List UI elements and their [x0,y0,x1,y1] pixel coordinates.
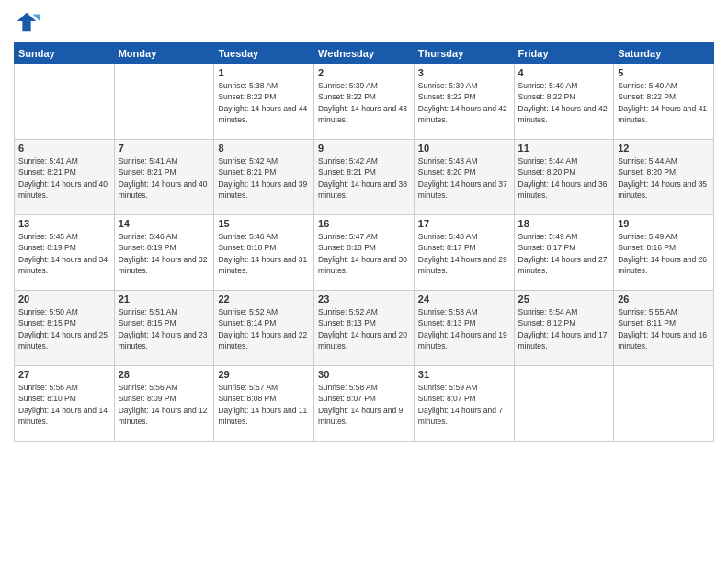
day-info: Sunrise: 5:57 AM Sunset: 8:08 PM Dayligh… [218,382,310,427]
day-info: Sunrise: 5:42 AM Sunset: 8:21 PM Dayligh… [318,155,410,201]
day-cell: 29Sunrise: 5:57 AM Sunset: 8:08 PM Dayli… [214,366,314,442]
day-number: 4 [518,67,610,78]
day-number: 31 [418,369,510,380]
day-cell: 26Sunrise: 5:55 AM Sunset: 8:11 PM Dayli… [614,291,714,366]
day-info: Sunrise: 5:59 AM Sunset: 8:07 PM Dayligh… [418,382,510,427]
day-cell: 7Sunrise: 5:41 AM Sunset: 8:21 PM Daylig… [114,140,214,215]
weekday-header-row: SundayMondayTuesdayWednesdayThursdayFrid… [15,43,714,64]
header [14,9,714,35]
week-row-5: 27Sunrise: 5:56 AM Sunset: 8:10 PM Dayli… [15,366,714,442]
calendar: SundayMondayTuesdayWednesdayThursdayFrid… [14,42,714,442]
day-cell: 31Sunrise: 5:59 AM Sunset: 8:07 PM Dayli… [414,366,514,442]
weekday-header-monday: Monday [114,43,214,64]
day-info: Sunrise: 5:45 AM Sunset: 8:19 PM Dayligh… [18,231,110,276]
day-info: Sunrise: 5:44 AM Sunset: 8:20 PM Dayligh… [518,155,610,201]
day-number: 16 [318,218,410,229]
day-number: 10 [418,143,510,154]
day-cell: 20Sunrise: 5:50 AM Sunset: 8:15 PM Dayli… [15,291,115,366]
week-row-4: 20Sunrise: 5:50 AM Sunset: 8:15 PM Dayli… [15,291,714,366]
day-info: Sunrise: 5:39 AM Sunset: 8:22 PM Dayligh… [318,80,410,125]
day-cell [514,366,614,442]
weekday-header-sunday: Sunday [15,43,115,64]
day-info: Sunrise: 5:47 AM Sunset: 8:18 PM Dayligh… [318,231,410,276]
day-info: Sunrise: 5:46 AM Sunset: 8:18 PM Dayligh… [218,231,310,276]
day-number: 29 [218,369,310,380]
day-cell: 14Sunrise: 5:46 AM Sunset: 8:19 PM Dayli… [114,215,214,291]
logo-icon [14,9,40,35]
day-cell: 25Sunrise: 5:54 AM Sunset: 8:12 PM Dayli… [514,291,614,366]
day-cell [15,64,115,140]
day-number: 7 [119,143,210,154]
day-info: Sunrise: 5:41 AM Sunset: 8:21 PM Dayligh… [18,155,110,201]
weekday-header-thursday: Thursday [414,43,514,64]
day-number: 30 [318,369,410,380]
day-info: Sunrise: 5:52 AM Sunset: 8:13 PM Dayligh… [318,306,410,351]
day-cell: 9Sunrise: 5:42 AM Sunset: 8:21 PM Daylig… [314,140,415,215]
day-cell: 28Sunrise: 5:56 AM Sunset: 8:09 PM Dayli… [114,366,214,442]
day-cell: 18Sunrise: 5:49 AM Sunset: 8:17 PM Dayli… [514,215,614,291]
day-cell: 27Sunrise: 5:56 AM Sunset: 8:10 PM Dayli… [15,366,115,442]
day-info: Sunrise: 5:42 AM Sunset: 8:21 PM Dayligh… [218,155,310,201]
day-number: 12 [618,143,710,154]
day-number: 6 [18,143,110,154]
day-cell: 23Sunrise: 5:52 AM Sunset: 8:13 PM Dayli… [314,291,415,366]
day-cell: 11Sunrise: 5:44 AM Sunset: 8:20 PM Dayli… [514,140,614,215]
day-cell [614,366,714,442]
day-cell: 13Sunrise: 5:45 AM Sunset: 8:19 PM Dayli… [15,215,115,291]
day-number: 17 [418,218,510,229]
day-number: 1 [218,67,310,78]
day-info: Sunrise: 5:44 AM Sunset: 8:20 PM Dayligh… [618,155,710,201]
week-row-1: 1Sunrise: 5:38 AM Sunset: 8:22 PM Daylig… [15,64,714,140]
day-cell: 6Sunrise: 5:41 AM Sunset: 8:21 PM Daylig… [15,140,115,215]
day-cell: 1Sunrise: 5:38 AM Sunset: 8:22 PM Daylig… [214,64,314,140]
day-info: Sunrise: 5:55 AM Sunset: 8:11 PM Dayligh… [618,306,710,351]
day-number: 23 [318,293,410,304]
day-info: Sunrise: 5:51 AM Sunset: 8:15 PM Dayligh… [119,306,210,351]
weekday-header-saturday: Saturday [614,43,714,64]
day-cell: 10Sunrise: 5:43 AM Sunset: 8:20 PM Dayli… [414,140,514,215]
day-number: 2 [318,67,410,78]
day-cell: 5Sunrise: 5:40 AM Sunset: 8:22 PM Daylig… [614,64,714,140]
day-number: 25 [518,293,610,304]
day-cell: 16Sunrise: 5:47 AM Sunset: 8:18 PM Dayli… [314,215,415,291]
day-info: Sunrise: 5:39 AM Sunset: 8:22 PM Dayligh… [418,80,510,125]
day-info: Sunrise: 5:56 AM Sunset: 8:10 PM Dayligh… [18,382,110,427]
day-number: 18 [518,218,610,229]
day-number: 8 [218,143,310,154]
day-cell: 30Sunrise: 5:58 AM Sunset: 8:07 PM Dayli… [314,366,415,442]
svg-marker-0 [17,13,37,32]
day-info: Sunrise: 5:50 AM Sunset: 8:15 PM Dayligh… [18,306,110,351]
weekday-header-wednesday: Wednesday [314,43,415,64]
day-number: 14 [119,218,210,229]
day-info: Sunrise: 5:49 AM Sunset: 8:17 PM Dayligh… [518,231,610,276]
day-info: Sunrise: 5:52 AM Sunset: 8:14 PM Dayligh… [218,306,310,351]
weekday-header-tuesday: Tuesday [214,43,314,64]
day-cell: 12Sunrise: 5:44 AM Sunset: 8:20 PM Dayli… [614,140,714,215]
week-row-3: 13Sunrise: 5:45 AM Sunset: 8:19 PM Dayli… [15,215,714,291]
day-number: 28 [119,369,210,380]
day-info: Sunrise: 5:46 AM Sunset: 8:19 PM Dayligh… [119,231,210,276]
day-info: Sunrise: 5:43 AM Sunset: 8:20 PM Dayligh… [418,155,510,201]
day-cell: 19Sunrise: 5:49 AM Sunset: 8:16 PM Dayli… [614,215,714,291]
day-info: Sunrise: 5:58 AM Sunset: 8:07 PM Dayligh… [318,382,410,427]
day-info: Sunrise: 5:40 AM Sunset: 8:22 PM Dayligh… [518,80,610,125]
day-number: 19 [618,218,710,229]
day-info: Sunrise: 5:40 AM Sunset: 8:22 PM Dayligh… [618,80,710,125]
day-info: Sunrise: 5:56 AM Sunset: 8:09 PM Dayligh… [119,382,210,427]
day-number: 11 [518,143,610,154]
day-info: Sunrise: 5:48 AM Sunset: 8:17 PM Dayligh… [418,231,510,276]
day-cell: 21Sunrise: 5:51 AM Sunset: 8:15 PM Dayli… [114,291,214,366]
weekday-header-friday: Friday [514,43,614,64]
day-info: Sunrise: 5:54 AM Sunset: 8:12 PM Dayligh… [518,306,610,351]
day-cell: 17Sunrise: 5:48 AM Sunset: 8:17 PM Dayli… [414,215,514,291]
day-number: 15 [218,218,310,229]
day-number: 13 [18,218,110,229]
day-info: Sunrise: 5:38 AM Sunset: 8:22 PM Dayligh… [218,80,310,125]
day-number: 3 [418,67,510,78]
day-number: 9 [318,143,410,154]
day-info: Sunrise: 5:53 AM Sunset: 8:13 PM Dayligh… [418,306,510,351]
day-number: 21 [119,293,210,304]
page: SundayMondayTuesdayWednesdayThursdayFrid… [0,0,728,563]
day-number: 20 [18,293,110,304]
day-cell: 3Sunrise: 5:39 AM Sunset: 8:22 PM Daylig… [414,64,514,140]
